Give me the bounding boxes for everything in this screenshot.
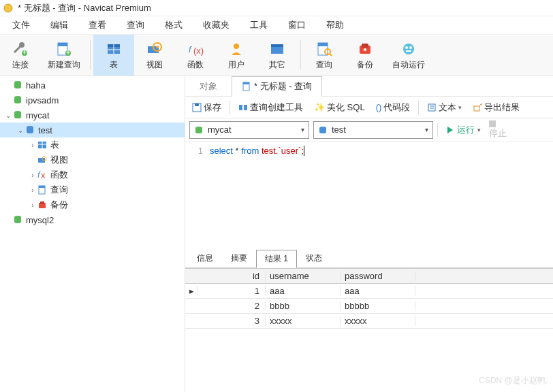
window-title: * 无标题 - 查询 - Navicat Premium [18,2,151,14]
save-label: 保存 [204,101,221,114]
others-icon [268,40,286,58]
view-icon [37,154,48,165]
toolbar-label: 其它 [269,59,285,71]
cell-id[interactable]: 2 [198,301,266,311]
tree-item-备份[interactable]: ›备份 [0,197,185,212]
tree-label: 表 [50,139,59,151]
tree-item-test[interactable]: ⌄test [0,122,185,137]
result-tab-0[interactable]: 信息 [188,249,222,267]
expand-arrow[interactable]: ⌄ [16,127,25,134]
separator [437,123,438,137]
tables-icon [105,40,123,58]
cell-username[interactable]: xxxxx [266,316,341,326]
toolbar: +连接+新建查询表视图f(x)函数用户其它查询备份自动运行 [0,34,553,76]
expand-arrow[interactable]: › [29,172,37,179]
col-id[interactable]: id [198,271,266,281]
tree-item-mycat[interactable]: ⌄mycat [0,108,185,122]
result-grid[interactable]: idusernamepassword▸1aaaaaa2bbbbbbbbb3xxx… [185,268,553,329]
toolbar-tables[interactable]: 表 [93,35,134,76]
connection-selector-row: mycat ▾ test ▾ 运行 ▾ 停止 [185,118,553,142]
db-green-icon [12,214,23,225]
automation-icon [400,40,417,58]
snippet-button[interactable]: () 代码段 [372,99,415,116]
menu-1[interactable]: 编辑 [41,17,78,33]
menu-4[interactable]: 格式 [155,17,192,33]
result-tab-3[interactable]: 状态 [297,249,331,267]
toolbar-views[interactable]: 视图 [134,35,175,76]
tab-0[interactable]: 对象 [189,76,227,97]
cell-password[interactable]: xxxxx [341,316,415,326]
toolbar-label: 函数 [187,59,204,71]
toolbar-query[interactable]: 查询 [304,35,345,76]
toolbar-users[interactable]: 用户 [216,35,257,76]
tree-item-查询[interactable]: ›查询 [0,182,185,197]
export-button[interactable]: 导出结果 [469,99,524,116]
menu-0[interactable]: 文件 [3,17,40,33]
connection-value: mycat [208,125,232,135]
svg-rect-48 [243,82,249,84]
tree-item-ipvsadm[interactable]: ipvsadm [0,93,185,108]
svg-rect-43 [39,186,45,188]
toolbar-label: 视图 [146,59,163,71]
menu-5[interactable]: 收藏夹 [193,17,239,33]
text-button[interactable]: 文本 ▾ [423,99,466,116]
schema-icon [25,125,35,135]
result-tab-2[interactable]: 结果 1 [256,250,297,268]
cell-username[interactable]: aaa [266,286,341,296]
query-subtoolbar: 保存 查询创建工具 ✨ 美化 SQL () 代码段 文本 ▾ [185,97,553,118]
tree-item-视图[interactable]: 视图 [0,152,185,167]
database-value: test [332,125,346,135]
views-icon [146,40,163,58]
toolbar-automation[interactable]: 自动运行 [385,35,432,76]
connection-tree[interactable]: hahaipvsadm⌄mycat⌄test›表视图›fx函数›查询›备份mys… [0,76,185,392]
menu-8[interactable]: 帮助 [317,17,353,33]
table-row[interactable]: 3xxxxxxxxxx [185,314,553,329]
cell-id[interactable]: 1 [198,286,266,296]
beautify-button[interactable]: ✨ 美化 SQL [310,99,369,116]
toolbar-label: 自动运行 [392,59,425,71]
tab-1[interactable]: * 无标题 - 查询 [232,76,322,97]
users-icon [227,40,245,58]
expand-arrow[interactable]: › [29,201,37,209]
tree-item-mysql2[interactable]: mysql2 [0,212,185,227]
tree-item-函数[interactable]: ›fx函数 [0,167,185,182]
tab-label: 对象 [200,80,217,93]
cell-password[interactable]: bbbbb [341,301,415,311]
beautify-label: 美化 SQL [327,101,365,114]
toolbar-backup[interactable]: 备份 [345,35,385,76]
database-dropdown[interactable]: test ▾ [313,121,433,139]
menu-2[interactable]: 查看 [79,17,116,33]
expand-arrow[interactable]: › [29,142,37,149]
separator [418,101,419,114]
tree-item-haha[interactable]: haha [0,78,185,93]
tree-item-表[interactable]: ›表 [0,137,185,152]
connection-dropdown[interactable]: mycat ▾ [189,121,309,139]
svg-rect-52 [244,105,247,110]
menu-3[interactable]: 查询 [117,17,154,33]
svg-text:(x): (x) [193,46,204,56]
run-button[interactable]: 运行 ▾ [442,122,485,138]
save-button[interactable]: 保存 [188,99,225,116]
toolbar-new-query[interactable]: +新建查询 [41,35,87,76]
cell-username[interactable]: bbbb [266,301,341,311]
col-password[interactable]: password [341,271,415,281]
menu-6[interactable]: 工具 [240,17,277,33]
toolbar-connect[interactable]: +连接 [0,35,41,76]
code-area[interactable]: select * from test.`user`; [210,146,553,250]
sql-editor[interactable]: 1 select * from test.`user`; [185,142,553,250]
table-row[interactable]: 2bbbbbbbbb [185,299,553,314]
toolbar-others[interactable]: 其它 [257,35,298,76]
result-tab-1[interactable]: 摘要 [222,249,256,267]
cell-id[interactable]: 3 [198,316,266,326]
table-row[interactable]: ▸1aaaaaa [185,284,553,299]
menu-7[interactable]: 窗口 [279,17,315,33]
query-builder-button[interactable]: 查询创建工具 [234,99,307,116]
expand-arrow[interactable]: ⌄ [4,112,12,119]
svg-rect-30 [406,50,411,52]
col-username[interactable]: username [266,271,341,281]
expand-arrow[interactable]: › [29,186,37,194]
cell-password[interactable]: aaa [341,286,415,296]
svg-rect-25 [362,44,368,48]
toolbar-functions[interactable]: f(x)函数 [175,35,216,76]
grid-header: idusernamepassword [185,269,553,284]
